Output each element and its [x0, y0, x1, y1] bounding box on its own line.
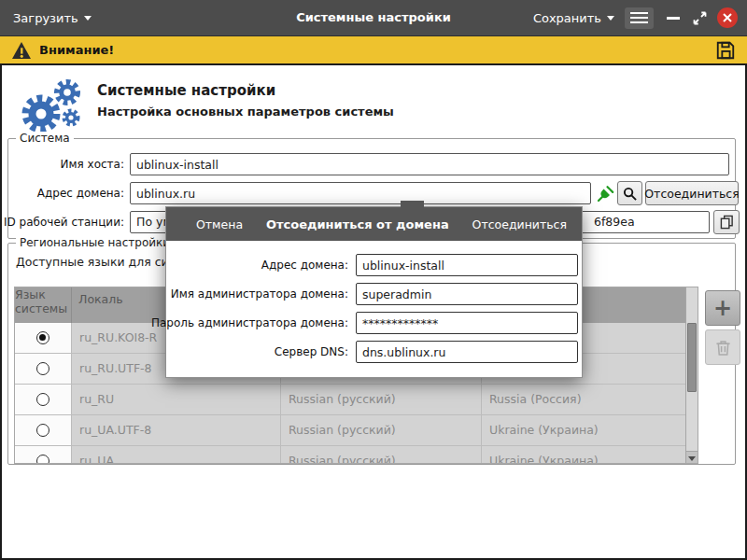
table-scrollbar[interactable]	[685, 287, 698, 464]
country-cell: Russia (Россия)	[482, 385, 687, 414]
locale-radio[interactable]	[36, 424, 49, 437]
page-subtitle: Настройка основных параметров системы	[97, 105, 394, 119]
domain-input[interactable]	[130, 182, 591, 204]
table-row[interactable]: ru_UA.UTF-8 Russian (русский) Ukraine (У…	[15, 415, 698, 446]
delete-locale-button[interactable]	[705, 329, 740, 365]
table-row[interactable]: ru_UA Russian (русский) Ukraine (Украина…	[15, 446, 698, 464]
save-file-button[interactable]	[715, 40, 736, 61]
system-group-legend: Система	[16, 132, 74, 145]
column-header-system-language: Язык системы	[15, 287, 72, 323]
scrollbar-thumb[interactable]	[687, 323, 697, 392]
warning-text: Внимание!	[39, 43, 114, 57]
locale-radio[interactable]	[36, 362, 49, 375]
copy-id-button[interactable]	[713, 210, 740, 234]
language-cell: Russian (русский)	[281, 385, 482, 414]
locale-cell: ru_UA.UTF-8	[72, 415, 281, 445]
chevron-down-icon	[607, 16, 614, 21]
connected-plug-icon	[597, 184, 615, 203]
locale-radio[interactable]	[36, 455, 49, 464]
save-menu-label: Сохранить	[533, 11, 601, 25]
load-menu-label: Загрузить	[13, 11, 78, 25]
locale-radio[interactable]	[36, 331, 49, 344]
warning-icon	[11, 41, 32, 60]
window-title: Системные настройки	[296, 0, 451, 35]
domain-label: Адрес домена:	[37, 182, 124, 204]
locale-cell: ru_UA	[72, 446, 281, 464]
country-cell: Ukraine (Украина)	[482, 446, 687, 464]
hostname-label: Имя хоста:	[61, 153, 125, 175]
domain-search-button[interactable]	[617, 181, 642, 205]
dialog-admin-password-label: Пароль администратора домена:	[151, 312, 348, 334]
load-menu-button[interactable]: Загрузить	[13, 11, 92, 25]
regional-group-legend: Региональные настройки	[16, 236, 174, 249]
table-row[interactable]: ru_RU Russian (русский) Russia (Россия)	[15, 385, 698, 415]
locale-cell: ru_RU	[72, 385, 281, 414]
chevron-down-icon	[688, 456, 696, 461]
column-header-label: Язык системы	[15, 287, 67, 315]
dialog-admin-name-input[interactable]	[356, 283, 578, 305]
copy-icon	[720, 215, 734, 230]
dialog-disconnect-button[interactable]: Отсоединиться	[472, 217, 567, 231]
hostname-input[interactable]	[130, 153, 729, 175]
titlebar: Загрузить Системные настройки Сохранить	[0, 0, 747, 35]
floppy-disk-icon	[715, 40, 736, 61]
close-icon	[723, 13, 732, 22]
search-icon	[623, 187, 637, 201]
language-cell: Russian (русский)	[281, 415, 482, 445]
warning-bar: Внимание!	[0, 35, 747, 63]
minimize-button[interactable]	[667, 17, 680, 20]
disconnect-dialog: Отмена Отсоединиться от домена Отсоедини…	[165, 206, 583, 378]
page-title: Системные настройки	[97, 82, 275, 99]
dialog-domain-label: Адрес домена:	[261, 254, 348, 276]
dialog-admin-password-input[interactable]	[356, 312, 578, 334]
add-locale-button[interactable]: +	[705, 290, 740, 326]
language-cell: Russian (русский)	[281, 446, 482, 464]
dialog-domain-input[interactable]	[356, 254, 578, 276]
gears-icon	[13, 77, 88, 136]
save-menu-button[interactable]: Сохранить	[533, 11, 614, 25]
dialog-dns-label: Сервер DNS:	[275, 341, 348, 363]
workstation-id-label: ID рабочей станции:	[4, 211, 124, 233]
maximize-button[interactable]	[693, 11, 707, 25]
locale-radio[interactable]	[36, 393, 49, 406]
country-cell: Ukraine (Украина)	[482, 415, 687, 445]
trash-icon	[715, 339, 731, 357]
dialog-dns-input[interactable]	[356, 341, 578, 363]
chevron-down-icon	[84, 16, 92, 21]
dialog-cancel-button[interactable]: Отмена	[196, 217, 243, 231]
close-button[interactable]	[717, 7, 738, 28]
dialog-admin-name-label: Имя администратора домена:	[171, 283, 348, 305]
scrollbar-down-button[interactable]	[686, 451, 698, 464]
workstation-id-fragment: 6f89ea	[594, 212, 635, 232]
languages-description: Доступные языки для систе	[16, 255, 190, 269]
dialog-title: Отсоединиться от домена	[243, 217, 472, 231]
menu-button[interactable]	[625, 7, 654, 29]
disconnect-button[interactable]: Отсоединиться	[645, 181, 739, 205]
app-window: Загрузить Системные настройки Сохранить …	[0, 0, 747, 560]
expand-icon	[693, 11, 707, 25]
dialog-header: Отмена Отсоединиться от домена Отсоедини…	[166, 207, 582, 241]
